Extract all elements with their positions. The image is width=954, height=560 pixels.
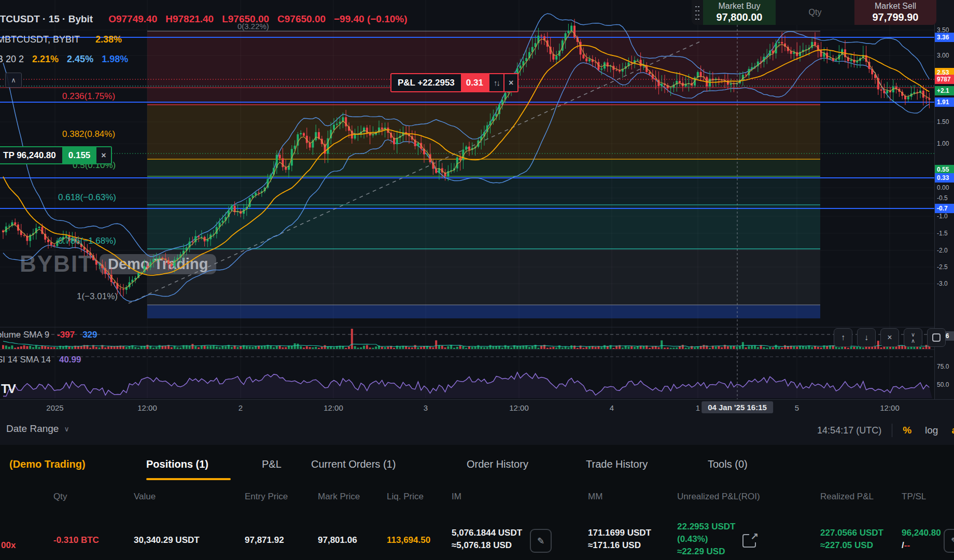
percent-scale-button[interactable]: % [903, 425, 911, 436]
share-pnl-button[interactable]: ↗ [742, 532, 758, 548]
mark-price: 97,801.06 [318, 534, 357, 547]
pnl-value[interactable]: P&L +22.2953 [391, 74, 461, 91]
time-axis-label[interactable]: 2025 [46, 403, 63, 412]
position-pnl-label[interactable]: P&L +22.2953 0.31 ↑↓ × [390, 73, 518, 92]
price-axis-label[interactable]: 0.33 [935, 173, 954, 183]
column-header-unrealized-p-l-roi-: Unrealized P&L(ROI) [677, 492, 760, 502]
market-sell-price: 97,799.90 [873, 11, 919, 23]
tp-qty[interactable]: 0.155 [62, 147, 96, 163]
price-axis-label[interactable]: 1.50 [935, 117, 954, 127]
share-icon: ↗ [749, 530, 759, 542]
column-header-im: IM [452, 492, 461, 502]
tab-positions-1-[interactable]: Positions (1) [146, 458, 208, 470]
maximize-icon [932, 333, 941, 342]
fib-level-label[interactable]: 0.236(1.75%) [62, 91, 115, 102]
tab-order-history[interactable]: Order History [467, 458, 528, 470]
collapse-pane-button[interactable]: ∨∧ [904, 328, 922, 347]
price-axis-label[interactable]: 75.0 [935, 362, 954, 371]
fib-level-label[interactable]: 1(−3.01%) [77, 291, 118, 302]
time-axis-label[interactable]: 12:00 [509, 403, 529, 412]
move-pane-up-icon: ↑ [841, 334, 845, 341]
symbol-interval-exchange[interactable]: BTCUSDT · 15 · Bybit [0, 13, 93, 25]
time-axis-label[interactable]: 3 [424, 403, 428, 412]
chart-panel[interactable]: BYBIT Demo Trading 3.503.363.002.539787+… [0, 0, 954, 399]
fib-tool-symbol: MBTCUSDT, BYBIT [0, 34, 80, 45]
price-axis-label[interactable]: -3.0 [935, 279, 954, 288]
price-axis-label[interactable]: -2.0 [935, 246, 954, 255]
fib-level-label[interactable]: 0.382(0.84%) [62, 129, 115, 139]
price-axis-label[interactable]: 0.00 [935, 183, 954, 192]
bollinger-legend[interactable]: B 20 2 2.21%2.45%1.98% [0, 54, 128, 65]
time-axis[interactable]: 202512:00212:00312:0041512:0004 Jan '25 … [0, 399, 954, 416]
column-header-mm: MM [588, 492, 602, 502]
log-scale-button[interactable]: log [925, 425, 938, 436]
utc-clock[interactable]: 14:54:17 (UTC) [817, 425, 881, 436]
pane-controls[interactable]: ↑↓×∨∧ [834, 328, 946, 347]
time-axis-label[interactable]: 1 [696, 403, 700, 412]
rsi-indicator-legend[interactable]: SI 14 SMA 14 40.99 [0, 355, 81, 365]
chevron-up-icon: ∧ [911, 338, 915, 344]
tp-sl-values: 96,240.80 /-- [902, 527, 941, 552]
market-buy-button[interactable]: Market Buy 97,800.00 [703, 0, 776, 25]
market-sell-button[interactable]: Market Sell 97,799.90 [854, 0, 936, 25]
time-axis-label[interactable]: 4 [610, 403, 614, 412]
edit-icon: ✎ [537, 536, 544, 547]
price-axis-label[interactable]: -0.5 [935, 193, 954, 203]
ohlc-high: H97821.40 [165, 13, 214, 25]
quick-trade-widget[interactable]: Market Buy 97,800.00 Qty Market Sell 97,… [692, 0, 936, 25]
edit-margin-button[interactable]: ✎ [530, 529, 552, 553]
ohlc-low: L97650.00 [222, 13, 269, 25]
pnl-qty[interactable]: 0.31 [461, 74, 488, 91]
market-buy-label: Market Buy [719, 2, 761, 11]
take-profit-order-label[interactable]: TP 96,240.80 0.155 × [0, 146, 112, 164]
maximize-pane-button[interactable] [927, 328, 946, 347]
time-axis-label[interactable]: 12:00 [880, 403, 900, 412]
time-axis-label[interactable]: 12:00 [137, 403, 157, 412]
active-tab-underline [146, 478, 231, 480]
time-axis-label[interactable]: 5 [795, 403, 799, 412]
drag-handle-icon[interactable] [692, 0, 703, 25]
close-pane-icon: × [887, 334, 892, 341]
move-pane-up-button[interactable]: ↑ [834, 328, 852, 347]
date-range-selector[interactable]: Date Range ∨ [6, 423, 69, 435]
fib-tool-legend[interactable]: MBTCUSDT, BYBIT 2.38% [0, 34, 122, 45]
tp-price[interactable]: TP 96,240.80 [0, 147, 62, 163]
edit-tpsl-button[interactable]: ✎ [944, 529, 954, 553]
reverse-position-icon[interactable]: ↑↓ [488, 74, 503, 91]
legend-collapse-button[interactable]: ∧ [5, 73, 22, 88]
price-axis-label[interactable]: 3.00 [935, 51, 954, 60]
close-icon[interactable]: × [95, 147, 110, 163]
time-axis-label[interactable]: 12:00 [324, 403, 343, 412]
price-axis-label[interactable]: -1.5 [935, 229, 954, 238]
time-axis-label[interactable]: 2 [238, 403, 243, 412]
move-pane-down-icon: ↓ [864, 334, 868, 341]
close-pane-button[interactable]: × [880, 328, 899, 347]
price-axis-label[interactable]: -1.0 [935, 212, 954, 221]
price-axis-label[interactable]: -2.5 [935, 262, 954, 272]
price-axis-label[interactable]: 9787 [935, 75, 954, 84]
demo-trading-env-label: (Demo Trading) [9, 458, 86, 470]
move-pane-down-button[interactable]: ↓ [857, 328, 876, 347]
price-axis-label[interactable]: 1.91 [935, 97, 954, 107]
tab-p-l[interactable]: P&L [262, 458, 282, 470]
symbol-legend[interactable]: BTCUSDT · 15 · Bybit O97749.40 H97821.40… [0, 13, 408, 25]
tab-tools-0-[interactable]: Tools (0) [708, 458, 748, 470]
auto-scale-button[interactable]: a [951, 425, 954, 436]
price-axis-label[interactable]: 3.36 [935, 33, 954, 42]
tradingview-logo[interactable]: TV [1, 382, 15, 396]
column-header-tp-sl: TP/SL [902, 492, 926, 502]
price-axis-label[interactable]: 50.0 [935, 380, 954, 389]
close-icon[interactable]: × [503, 74, 517, 91]
entry-price: 97,871.92 [245, 534, 284, 547]
candlestick-chart[interactable] [0, 0, 934, 399]
volume-indicator-legend[interactable]: olume SMA 9 -397 329 [0, 330, 97, 340]
fib-level-label[interactable]: 0.618(−0.63%) [58, 192, 116, 203]
tab-current-orders-1-[interactable]: Current Orders (1) [311, 458, 396, 470]
volume-sma-value: 329 [82, 330, 97, 340]
fib-level-label[interactable]: 0.786(−1.68%) [58, 236, 116, 246]
price-axis-label[interactable]: +2.1 [935, 86, 954, 95]
tab-trade-history[interactable]: Trade History [586, 458, 648, 470]
bollinger-value: 2.21% [32, 54, 59, 65]
qty-field[interactable]: Qty [776, 0, 854, 25]
price-axis-label[interactable]: 1.00 [935, 139, 954, 148]
